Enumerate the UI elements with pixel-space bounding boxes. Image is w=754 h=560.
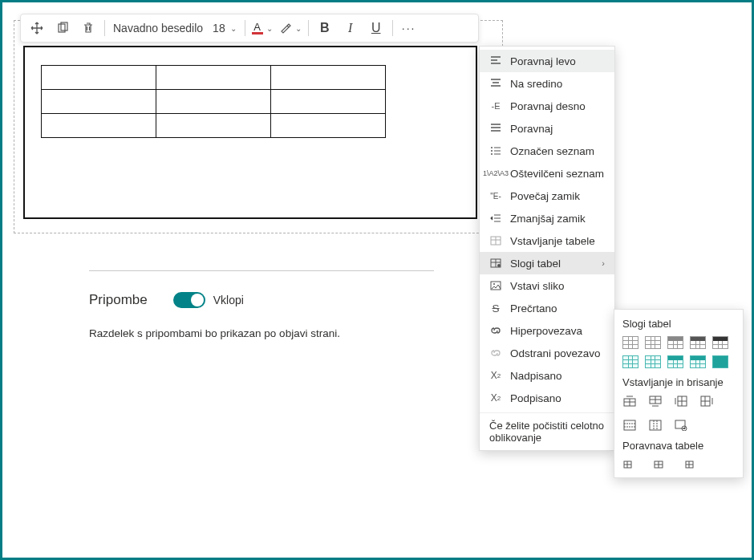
table-cell[interactable] bbox=[156, 114, 271, 138]
delete-table-button[interactable] bbox=[674, 419, 688, 432]
table-style-swatch[interactable] bbox=[712, 336, 728, 349]
comments-toggle[interactable] bbox=[173, 292, 205, 308]
font-color-icon: A bbox=[253, 22, 261, 32]
menu-label: Poravnaj bbox=[510, 123, 553, 135]
table-align-right-button[interactable] bbox=[680, 458, 695, 471]
delete-row-button[interactable] bbox=[622, 419, 637, 432]
table-style-swatch[interactable] bbox=[690, 336, 706, 349]
insert-row-below-button[interactable] bbox=[648, 395, 663, 408]
submenu-header-insert-delete: Vstavljanje in brisanje bbox=[622, 376, 735, 388]
text-toolbar: Navadno besedilo 18 ⌄ A ⌄ ⌄ B I U ··· bbox=[20, 14, 479, 43]
menu-label: Na sredino bbox=[510, 78, 562, 90]
menu-insert-image[interactable]: Vstavi sliko bbox=[480, 274, 614, 297]
more-button[interactable]: ··· bbox=[396, 15, 422, 41]
menu-bullet-list[interactable]: Označen seznam bbox=[480, 140, 614, 162]
menu-number-list[interactable]: 1\A2\A3 Oštevilčeni seznam bbox=[480, 162, 614, 185]
text-style-label: Navadno besedilo bbox=[113, 22, 203, 34]
table-cell[interactable] bbox=[271, 90, 386, 114]
number-list-icon: 1\A2\A3 bbox=[489, 167, 502, 180]
insert-col-right-button[interactable] bbox=[699, 395, 714, 408]
table-style-swatch[interactable] bbox=[622, 355, 638, 368]
menu-align-left[interactable]: Poravnaj levo bbox=[480, 50, 614, 72]
table-cell[interactable] bbox=[156, 90, 271, 114]
copy-button[interactable] bbox=[50, 15, 75, 41]
strike-icon: S bbox=[489, 302, 502, 314]
chevron-right-icon: › bbox=[602, 258, 605, 268]
menu-label: Prečrtano bbox=[510, 302, 557, 314]
highlight-button[interactable]: ⌄ bbox=[276, 22, 305, 34]
table-style-swatch[interactable] bbox=[667, 336, 683, 349]
table-align-row bbox=[622, 458, 735, 471]
align-center-icon bbox=[489, 77, 502, 90]
menu-indent-less[interactable]: Zmanjšaj zamik bbox=[480, 207, 614, 229]
menu-label: Poravnaj levo bbox=[510, 55, 576, 67]
toolbar-divider bbox=[308, 20, 309, 36]
table-cell[interactable] bbox=[42, 90, 156, 114]
menu-label: Slogi tabel bbox=[510, 258, 561, 270]
menu-align-right[interactable]: -E Poravnaj desno bbox=[480, 95, 614, 117]
toolbar-divider bbox=[245, 20, 245, 36]
table-style-swatch[interactable] bbox=[645, 355, 661, 368]
svg-point-2 bbox=[491, 147, 493, 148]
ellipsis-icon: ··· bbox=[402, 22, 416, 34]
insert-row-above-button[interactable] bbox=[622, 395, 637, 408]
bold-button[interactable]: B bbox=[312, 15, 338, 41]
font-color-button[interactable]: A ⌄ bbox=[249, 22, 276, 34]
align-left-icon bbox=[489, 55, 502, 67]
table-style-swatch[interactable] bbox=[667, 355, 683, 368]
content-table[interactable] bbox=[41, 65, 386, 138]
menu-label: Nadpisano bbox=[510, 370, 562, 382]
table-style-swatch[interactable] bbox=[645, 336, 661, 349]
text-style-picker[interactable]: Navadno besedilo bbox=[108, 22, 208, 34]
svg-rect-14 bbox=[624, 420, 635, 430]
table-cell[interactable] bbox=[42, 66, 156, 90]
superscript-icon: X2 bbox=[489, 369, 502, 382]
svg-point-3 bbox=[491, 150, 493, 152]
insert-col-left-button[interactable] bbox=[674, 395, 688, 408]
menu-label: Vstavi sliko bbox=[510, 280, 565, 292]
copy-icon bbox=[56, 22, 69, 34]
font-size-picker[interactable]: 18 ⌄ bbox=[208, 22, 241, 34]
menu-align-justify[interactable]: Poravnaj bbox=[480, 117, 614, 140]
table-align-left-button[interactable] bbox=[622, 458, 637, 471]
delete-col-button[interactable] bbox=[648, 419, 663, 432]
menu-label: Označen seznam bbox=[510, 145, 594, 157]
menu-hyperlink[interactable]: Hiperpovezava bbox=[480, 319, 614, 342]
table-style-swatch[interactable] bbox=[622, 336, 638, 349]
menu-label: Povečaj zamik bbox=[510, 190, 580, 202]
table-align-center-button[interactable] bbox=[651, 458, 666, 471]
menu-align-center[interactable]: Na sredino bbox=[480, 72, 614, 95]
more-dropdown: Poravnaj levo Na sredino -E Poravnaj des… bbox=[479, 46, 615, 451]
svg-point-7 bbox=[497, 264, 501, 267]
indent-less-icon bbox=[489, 212, 502, 225]
menu-unlink[interactable]: Odstrani povezavo bbox=[480, 342, 614, 364]
delete-button[interactable] bbox=[75, 15, 101, 41]
svg-point-4 bbox=[491, 153, 493, 155]
menu-subscript[interactable]: X2 Podpisano bbox=[480, 387, 614, 409]
insert-table-icon bbox=[489, 234, 502, 247]
table-cell[interactable] bbox=[271, 114, 386, 138]
font-color-swatch bbox=[252, 32, 263, 34]
trash-icon bbox=[82, 22, 95, 34]
menu-table-styles[interactable]: Slogi tabel › bbox=[480, 252, 614, 274]
table-style-swatch[interactable] bbox=[712, 355, 728, 368]
submenu-header-align: Poravnava tabele bbox=[622, 440, 735, 452]
table-style-swatch[interactable] bbox=[690, 355, 706, 368]
editor-canvas[interactable] bbox=[23, 46, 477, 219]
table-styles-submenu: Slogi tabel Vstavljanje in brisanje Pora… bbox=[614, 309, 744, 478]
table-cell[interactable] bbox=[156, 66, 271, 90]
menu-insert-table[interactable]: Vstavljanje tabele bbox=[480, 229, 614, 252]
unlink-icon bbox=[489, 347, 502, 359]
menu-indent-more[interactable]: "E- Povečaj zamik bbox=[480, 185, 614, 207]
menu-clear-formatting[interactable]: Če želite počistiti celotno oblikovanje bbox=[480, 412, 614, 447]
bullet-list-icon bbox=[489, 144, 502, 157]
menu-superscript[interactable]: X2 Nadpisano bbox=[480, 364, 614, 387]
menu-label: Če želite počistiti celotno oblikovanje bbox=[489, 420, 604, 444]
table-cell[interactable] bbox=[42, 114, 156, 138]
italic-button[interactable]: I bbox=[338, 15, 363, 41]
move-button[interactable] bbox=[24, 15, 50, 41]
table-cell[interactable] bbox=[271, 66, 386, 90]
underline-button[interactable]: U bbox=[363, 15, 389, 41]
menu-label: Hiperpovezava bbox=[510, 325, 582, 337]
menu-strikethrough[interactable]: S Prečrtano bbox=[480, 297, 614, 319]
